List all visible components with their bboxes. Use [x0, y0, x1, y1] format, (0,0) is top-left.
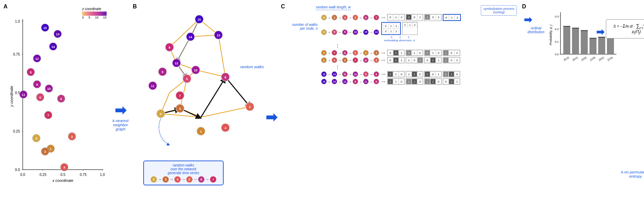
formula-box: S = −1/ln d! · ∑j=1d! pj(Πj) ln pj(Πj)	[606, 19, 644, 38]
svg-text:[210]: [210]	[607, 56, 613, 62]
svg-text:[102]: [102]	[581, 56, 587, 62]
walk-sequence: 0 → 3 → 4 → 2 → 6 → 7	[147, 176, 220, 183]
random-walks-label: random walks	[240, 65, 264, 69]
svg-text:[012]: [012]	[563, 56, 570, 62]
svg-text:0.3: 0.3	[555, 15, 559, 18]
panel-d-label: D	[522, 3, 526, 10]
svg-rect-122	[563, 27, 570, 54]
svg-line-71	[218, 35, 225, 77]
svg-line-77	[201, 78, 225, 117]
svg-text:Probability, p_j: Probability, p_j	[549, 24, 552, 45]
ellipsis2: ⋮	[321, 64, 461, 70]
svg-text:0.5: 0.5	[15, 91, 20, 95]
svg-text:2: 2	[71, 135, 73, 139]
arrow-a-to-b: ➡ k-nearest neighborgraph	[112, 3, 129, 210]
panel-c-label: C	[281, 3, 285, 10]
svg-text:0.0: 0.0	[20, 173, 25, 177]
svg-text:10: 10	[47, 87, 51, 91]
svg-text:1.0: 1.0	[100, 173, 105, 177]
arrow-to-formula: ➡	[596, 26, 604, 38]
ellipsis: ⋮	[321, 43, 461, 49]
z-label: z coordinate	[82, 7, 110, 11]
svg-text:15: 15	[43, 26, 47, 30]
svg-text:0.75: 0.75	[13, 52, 20, 56]
svg-rect-126	[581, 31, 588, 54]
svg-text:0.0: 0.0	[555, 53, 559, 56]
svg-text:0.25: 0.25	[39, 173, 46, 177]
svg-text:5: 5	[39, 96, 41, 99]
walk-box: random walksover the networkgenerate tim…	[143, 161, 224, 185]
svg-rect-135	[572, 28, 579, 29]
svg-text:0.1: 0.1	[555, 40, 559, 43]
svg-text:0.0: 0.0	[15, 168, 20, 172]
svg-rect-134	[563, 26, 570, 27]
svg-text:14: 14	[189, 35, 192, 39]
panel-c: C random walk length, w number of walksp…	[281, 3, 519, 206]
svg-text:1: 1	[200, 130, 202, 133]
ordinal-distribution-label: ordinaldistribution	[524, 26, 548, 34]
knn-entropy-label: k-nn permutationentropy	[604, 170, 644, 178]
svg-text:[021]: [021]	[572, 56, 578, 62]
blue-arrow-ordinal: ➡	[524, 14, 532, 26]
svg-line-69	[201, 107, 250, 117]
x-axis-label: x coordinate	[52, 178, 73, 183]
formula-text: S = −1/ln d! · ∑j=1d! pj(Πj) ln pj(Πj)	[610, 23, 644, 35]
walk-row-3: 1 → 7 → 6 → 2 → 1 → 3 ⟹ 0 2 1	[321, 50, 461, 56]
svg-text:10: 10	[194, 69, 197, 72]
svg-text:6: 6	[224, 76, 226, 79]
embedding-dim-group: 0 1 2 0 1 2 0	[381, 22, 418, 42]
svg-text:2: 2	[249, 105, 251, 109]
walk-row-2: 0 → 5 → 9 → 12 → 15 → 14 0 1	[321, 22, 461, 42]
walk-length-label: random walk length, w	[316, 5, 351, 10]
walk-row-6: 15 → 13 → 12 → 8 → 11 → 8 ⟹ 2 1 0	[321, 78, 461, 85]
walk-row-1: 0 → 3 → 4 → 2 → 6 → 7 ⟹ 0 1 2	[321, 14, 461, 21]
svg-text:0: 0	[35, 137, 37, 140]
svg-text:4: 4	[224, 126, 226, 130]
svg-text:0.25: 0.25	[13, 129, 20, 133]
scatter-plot-svg: 0.0 0.25 0.5 0.75 1.0 0.0 0.25 0.5 0.75 …	[9, 16, 107, 194]
svg-rect-137	[589, 38, 596, 39]
svg-line-62	[196, 70, 225, 77]
svg-text:15: 15	[197, 18, 201, 21]
svg-text:1: 1	[50, 147, 51, 151]
svg-text:0.75: 0.75	[80, 173, 87, 177]
svg-text:6: 6	[60, 97, 62, 101]
svg-text:8: 8	[30, 71, 31, 74]
panel-d: D ➡ ordinaldistribution 0.0 0.1 0.2 0.3	[522, 3, 644, 206]
svg-text:9: 9	[161, 70, 163, 74]
y-axis-label: y coordinate	[9, 86, 14, 107]
svg-text:0.5: 0.5	[60, 173, 65, 177]
svg-line-53	[169, 19, 199, 47]
svg-line-78	[225, 77, 251, 107]
colorbar-gradient	[82, 12, 107, 16]
walk-row-5: 15 → 14 → 6 → 10 → 5 → 8 ⟹ 2 1 0	[321, 71, 461, 77]
symbolization-label: symbolization process(sorting)	[481, 5, 517, 16]
panel-a: A z coordinate 0 5 10 15 0.0 0.25 0.5 0.	[3, 3, 112, 206]
main-container: A z coordinate 0 5 10 15 0.0 0.25 0.5 0.	[0, 0, 644, 213]
svg-text:5: 5	[186, 77, 188, 81]
svg-text:13: 13	[56, 33, 59, 36]
panel-a-label: A	[3, 3, 8, 10]
arrow-b-to-c: ➡	[266, 3, 277, 210]
svg-text:4: 4	[63, 166, 65, 169]
svg-text:12: 12	[175, 62, 178, 65]
svg-text:11: 11	[22, 93, 25, 97]
svg-text:3: 3	[179, 107, 181, 111]
svg-text:[201]: [201]	[598, 56, 605, 62]
svg-text:7: 7	[47, 114, 49, 117]
walk-sequences: 0 → 3 → 4 → 2 → 6 → 7 ⟹ 0 1 2	[321, 14, 461, 85]
svg-rect-128	[589, 39, 596, 54]
svg-text:3: 3	[44, 150, 46, 154]
svg-text:14: 14	[51, 45, 55, 49]
svg-text:11: 11	[151, 84, 154, 88]
svg-text:12: 12	[35, 57, 39, 61]
svg-text:1.0: 1.0	[15, 20, 20, 23]
svg-text:0.2: 0.2	[555, 28, 559, 31]
svg-text:8: 8	[168, 46, 170, 49]
svg-rect-124	[572, 29, 579, 54]
num-walks-label: number of walksper node, n	[283, 23, 318, 30]
panel-b: B	[133, 3, 266, 206]
svg-text:[120]: [120]	[589, 56, 596, 62]
svg-text:0: 0	[160, 112, 161, 116]
svg-text:9: 9	[36, 83, 38, 86]
